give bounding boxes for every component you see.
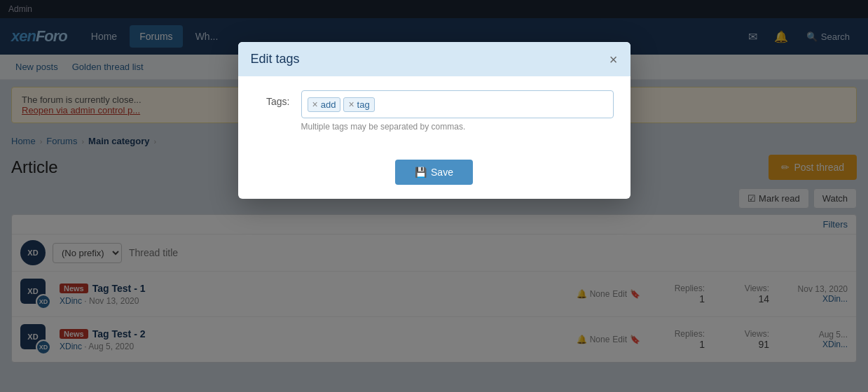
tag-label-tag: tag — [357, 99, 370, 110]
save-icon: 💾 — [415, 167, 427, 178]
save-label: Save — [431, 167, 453, 178]
tags-label: Tags: — [255, 90, 290, 107]
tag-remove-tag[interactable]: × — [348, 99, 354, 109]
edit-tags-modal: Edit tags × Tags: × add × tag — [238, 42, 631, 199]
tags-form-row: Tags: × add × tag Multiple tags may be s… — [255, 90, 614, 132]
save-button[interactable]: 💾 Save — [395, 160, 473, 185]
tag-chip-tag: × tag — [343, 97, 374, 112]
modal-close-button[interactable]: × — [609, 52, 618, 66]
tag-label-add: add — [321, 99, 336, 110]
modal-body: Tags: × add × tag Multiple tags may be s… — [238, 76, 631, 151]
modal-footer: 💾 Save — [238, 151, 631, 199]
modal-overlay[interactable]: Edit tags × Tags: × add × tag — [0, 0, 868, 392]
tag-remove-add[interactable]: × — [312, 99, 318, 109]
tag-chip-add: × add — [308, 97, 341, 112]
tags-hint: Multiple tags may be separated by commas… — [301, 122, 614, 132]
modal-header: Edit tags × — [238, 42, 631, 76]
modal-title: Edit tags — [251, 52, 300, 66]
tags-input-area[interactable]: × add × tag — [301, 90, 614, 118]
